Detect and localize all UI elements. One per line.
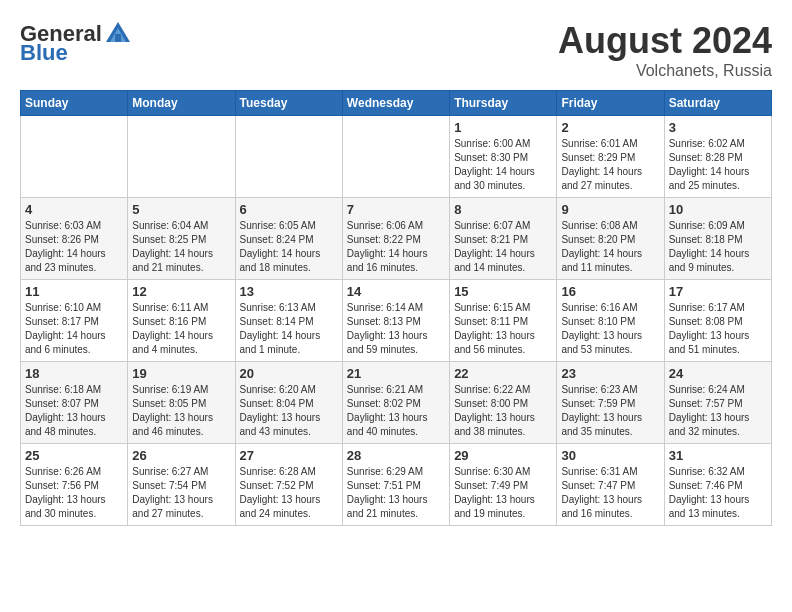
calendar-cell: 5Sunrise: 6:04 AM Sunset: 8:25 PM Daylig… bbox=[128, 198, 235, 280]
calendar-week-row: 11Sunrise: 6:10 AM Sunset: 8:17 PM Dayli… bbox=[21, 280, 772, 362]
day-number: 28 bbox=[347, 448, 445, 463]
weekday-header: Friday bbox=[557, 91, 664, 116]
day-info: Sunrise: 6:27 AM Sunset: 7:54 PM Dayligh… bbox=[132, 465, 230, 521]
location: Volchanets, Russia bbox=[558, 62, 772, 80]
month-year: August 2024 bbox=[558, 20, 772, 62]
calendar-cell: 31Sunrise: 6:32 AM Sunset: 7:46 PM Dayli… bbox=[664, 444, 771, 526]
day-info: Sunrise: 6:10 AM Sunset: 8:17 PM Dayligh… bbox=[25, 301, 123, 357]
calendar-cell: 28Sunrise: 6:29 AM Sunset: 7:51 PM Dayli… bbox=[342, 444, 449, 526]
calendar-cell: 4Sunrise: 6:03 AM Sunset: 8:26 PM Daylig… bbox=[21, 198, 128, 280]
day-info: Sunrise: 6:22 AM Sunset: 8:00 PM Dayligh… bbox=[454, 383, 552, 439]
day-info: Sunrise: 6:29 AM Sunset: 7:51 PM Dayligh… bbox=[347, 465, 445, 521]
day-info: Sunrise: 6:26 AM Sunset: 7:56 PM Dayligh… bbox=[25, 465, 123, 521]
day-number: 24 bbox=[669, 366, 767, 381]
day-info: Sunrise: 6:07 AM Sunset: 8:21 PM Dayligh… bbox=[454, 219, 552, 275]
day-info: Sunrise: 6:01 AM Sunset: 8:29 PM Dayligh… bbox=[561, 137, 659, 193]
day-number: 31 bbox=[669, 448, 767, 463]
day-info: Sunrise: 6:08 AM Sunset: 8:20 PM Dayligh… bbox=[561, 219, 659, 275]
calendar-week-row: 4Sunrise: 6:03 AM Sunset: 8:26 PM Daylig… bbox=[21, 198, 772, 280]
svg-rect-2 bbox=[115, 34, 121, 42]
calendar-cell: 25Sunrise: 6:26 AM Sunset: 7:56 PM Dayli… bbox=[21, 444, 128, 526]
calendar-cell: 20Sunrise: 6:20 AM Sunset: 8:04 PM Dayli… bbox=[235, 362, 342, 444]
day-info: Sunrise: 6:00 AM Sunset: 8:30 PM Dayligh… bbox=[454, 137, 552, 193]
calendar-cell: 18Sunrise: 6:18 AM Sunset: 8:07 PM Dayli… bbox=[21, 362, 128, 444]
logo-blue-text: Blue bbox=[20, 40, 68, 66]
day-info: Sunrise: 6:18 AM Sunset: 8:07 PM Dayligh… bbox=[25, 383, 123, 439]
day-info: Sunrise: 6:09 AM Sunset: 8:18 PM Dayligh… bbox=[669, 219, 767, 275]
calendar-cell: 24Sunrise: 6:24 AM Sunset: 7:57 PM Dayli… bbox=[664, 362, 771, 444]
day-number: 8 bbox=[454, 202, 552, 217]
calendar-cell: 22Sunrise: 6:22 AM Sunset: 8:00 PM Dayli… bbox=[450, 362, 557, 444]
day-info: Sunrise: 6:24 AM Sunset: 7:57 PM Dayligh… bbox=[669, 383, 767, 439]
day-number: 16 bbox=[561, 284, 659, 299]
title-section: August 2024 Volchanets, Russia bbox=[558, 20, 772, 80]
day-number: 13 bbox=[240, 284, 338, 299]
day-info: Sunrise: 6:30 AM Sunset: 7:49 PM Dayligh… bbox=[454, 465, 552, 521]
day-number: 1 bbox=[454, 120, 552, 135]
calendar-cell bbox=[342, 116, 449, 198]
day-number: 11 bbox=[25, 284, 123, 299]
calendar-cell bbox=[235, 116, 342, 198]
calendar-cell: 30Sunrise: 6:31 AM Sunset: 7:47 PM Dayli… bbox=[557, 444, 664, 526]
calendar-cell: 9Sunrise: 6:08 AM Sunset: 8:20 PM Daylig… bbox=[557, 198, 664, 280]
day-number: 22 bbox=[454, 366, 552, 381]
day-number: 23 bbox=[561, 366, 659, 381]
calendar-cell: 16Sunrise: 6:16 AM Sunset: 8:10 PM Dayli… bbox=[557, 280, 664, 362]
day-info: Sunrise: 6:06 AM Sunset: 8:22 PM Dayligh… bbox=[347, 219, 445, 275]
logo-icon bbox=[104, 20, 132, 48]
day-number: 26 bbox=[132, 448, 230, 463]
day-number: 9 bbox=[561, 202, 659, 217]
weekday-header: Wednesday bbox=[342, 91, 449, 116]
day-number: 18 bbox=[25, 366, 123, 381]
calendar-cell: 10Sunrise: 6:09 AM Sunset: 8:18 PM Dayli… bbox=[664, 198, 771, 280]
day-number: 15 bbox=[454, 284, 552, 299]
day-number: 3 bbox=[669, 120, 767, 135]
day-number: 5 bbox=[132, 202, 230, 217]
day-number: 21 bbox=[347, 366, 445, 381]
day-info: Sunrise: 6:23 AM Sunset: 7:59 PM Dayligh… bbox=[561, 383, 659, 439]
day-number: 20 bbox=[240, 366, 338, 381]
weekday-header: Sunday bbox=[21, 91, 128, 116]
calendar-cell: 21Sunrise: 6:21 AM Sunset: 8:02 PM Dayli… bbox=[342, 362, 449, 444]
calendar-cell: 11Sunrise: 6:10 AM Sunset: 8:17 PM Dayli… bbox=[21, 280, 128, 362]
day-number: 25 bbox=[25, 448, 123, 463]
calendar-cell: 8Sunrise: 6:07 AM Sunset: 8:21 PM Daylig… bbox=[450, 198, 557, 280]
logo: General Blue bbox=[20, 20, 132, 66]
day-number: 14 bbox=[347, 284, 445, 299]
day-info: Sunrise: 6:28 AM Sunset: 7:52 PM Dayligh… bbox=[240, 465, 338, 521]
day-number: 10 bbox=[669, 202, 767, 217]
calendar-cell: 13Sunrise: 6:13 AM Sunset: 8:14 PM Dayli… bbox=[235, 280, 342, 362]
weekday-header: Tuesday bbox=[235, 91, 342, 116]
day-info: Sunrise: 6:04 AM Sunset: 8:25 PM Dayligh… bbox=[132, 219, 230, 275]
day-number: 29 bbox=[454, 448, 552, 463]
calendar-cell: 6Sunrise: 6:05 AM Sunset: 8:24 PM Daylig… bbox=[235, 198, 342, 280]
weekday-header: Monday bbox=[128, 91, 235, 116]
day-number: 4 bbox=[25, 202, 123, 217]
calendar-cell: 27Sunrise: 6:28 AM Sunset: 7:52 PM Dayli… bbox=[235, 444, 342, 526]
day-info: Sunrise: 6:17 AM Sunset: 8:08 PM Dayligh… bbox=[669, 301, 767, 357]
day-info: Sunrise: 6:15 AM Sunset: 8:11 PM Dayligh… bbox=[454, 301, 552, 357]
day-info: Sunrise: 6:32 AM Sunset: 7:46 PM Dayligh… bbox=[669, 465, 767, 521]
day-info: Sunrise: 6:13 AM Sunset: 8:14 PM Dayligh… bbox=[240, 301, 338, 357]
day-number: 2 bbox=[561, 120, 659, 135]
day-number: 30 bbox=[561, 448, 659, 463]
day-info: Sunrise: 6:21 AM Sunset: 8:02 PM Dayligh… bbox=[347, 383, 445, 439]
day-info: Sunrise: 6:14 AM Sunset: 8:13 PM Dayligh… bbox=[347, 301, 445, 357]
weekday-header: Saturday bbox=[664, 91, 771, 116]
calendar-header-row: SundayMondayTuesdayWednesdayThursdayFrid… bbox=[21, 91, 772, 116]
calendar-cell: 7Sunrise: 6:06 AM Sunset: 8:22 PM Daylig… bbox=[342, 198, 449, 280]
calendar-cell: 1Sunrise: 6:00 AM Sunset: 8:30 PM Daylig… bbox=[450, 116, 557, 198]
day-number: 7 bbox=[347, 202, 445, 217]
day-info: Sunrise: 6:02 AM Sunset: 8:28 PM Dayligh… bbox=[669, 137, 767, 193]
calendar-cell: 3Sunrise: 6:02 AM Sunset: 8:28 PM Daylig… bbox=[664, 116, 771, 198]
calendar-cell: 14Sunrise: 6:14 AM Sunset: 8:13 PM Dayli… bbox=[342, 280, 449, 362]
day-info: Sunrise: 6:31 AM Sunset: 7:47 PM Dayligh… bbox=[561, 465, 659, 521]
calendar-cell bbox=[128, 116, 235, 198]
calendar-cell: 23Sunrise: 6:23 AM Sunset: 7:59 PM Dayli… bbox=[557, 362, 664, 444]
day-info: Sunrise: 6:16 AM Sunset: 8:10 PM Dayligh… bbox=[561, 301, 659, 357]
day-info: Sunrise: 6:05 AM Sunset: 8:24 PM Dayligh… bbox=[240, 219, 338, 275]
day-info: Sunrise: 6:03 AM Sunset: 8:26 PM Dayligh… bbox=[25, 219, 123, 275]
day-number: 12 bbox=[132, 284, 230, 299]
calendar-cell: 29Sunrise: 6:30 AM Sunset: 7:49 PM Dayli… bbox=[450, 444, 557, 526]
calendar-cell: 26Sunrise: 6:27 AM Sunset: 7:54 PM Dayli… bbox=[128, 444, 235, 526]
